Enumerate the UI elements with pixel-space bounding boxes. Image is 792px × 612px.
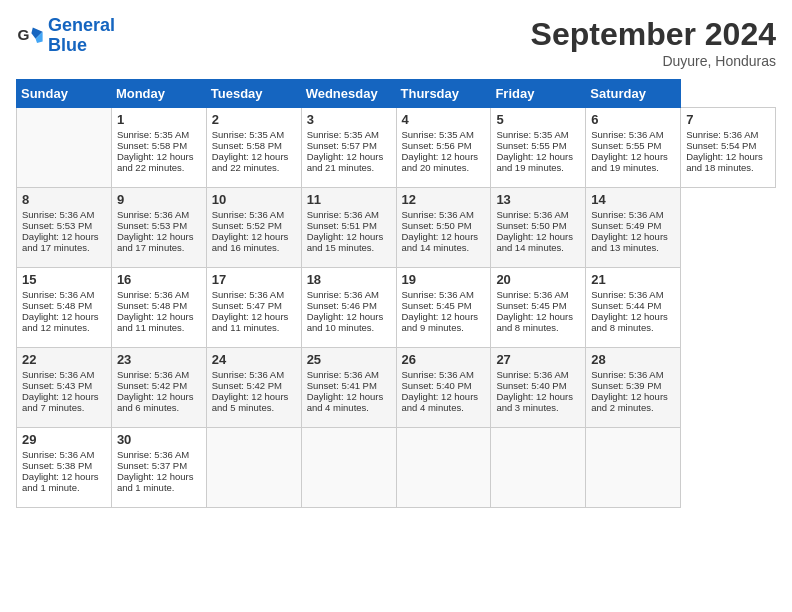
sunrise: Sunrise: 5:36 AM — [212, 289, 284, 300]
logo-line1: General — [48, 15, 115, 35]
calendar-cell: 1 Sunrise: 5:35 AM Sunset: 5:58 PM Dayli… — [111, 108, 206, 188]
calendar-cell: 22 Sunrise: 5:36 AM Sunset: 5:43 PM Dayl… — [17, 348, 112, 428]
sunrise: Sunrise: 5:36 AM — [591, 129, 663, 140]
calendar-header-thursday: Thursday — [396, 80, 491, 108]
daylight: Daylight: 12 hours and 10 minutes. — [307, 311, 384, 333]
sunrise: Sunrise: 5:36 AM — [212, 209, 284, 220]
calendar-week-3: 22 Sunrise: 5:36 AM Sunset: 5:43 PM Dayl… — [17, 348, 776, 428]
sunrise: Sunrise: 5:36 AM — [402, 289, 474, 300]
daylight: Daylight: 12 hours and 14 minutes. — [496, 231, 573, 253]
sunrise: Sunrise: 5:36 AM — [307, 209, 379, 220]
calendar-cell: 18 Sunrise: 5:36 AM Sunset: 5:46 PM Dayl… — [301, 268, 396, 348]
daylight: Daylight: 12 hours and 8 minutes. — [496, 311, 573, 333]
calendar-cell — [396, 428, 491, 508]
day-number: 13 — [496, 192, 580, 207]
daylight: Daylight: 12 hours and 4 minutes. — [307, 391, 384, 413]
logo-text: General Blue — [48, 16, 115, 56]
calendar-header-tuesday: Tuesday — [206, 80, 301, 108]
calendar-cell: 7 Sunrise: 5:36 AM Sunset: 5:54 PM Dayli… — [681, 108, 776, 188]
sunrise: Sunrise: 5:35 AM — [117, 129, 189, 140]
daylight: Daylight: 12 hours and 17 minutes. — [117, 231, 194, 253]
sunrise: Sunrise: 5:36 AM — [117, 369, 189, 380]
calendar-week-0: 1 Sunrise: 5:35 AM Sunset: 5:58 PM Dayli… — [17, 108, 776, 188]
sunrise: Sunrise: 5:36 AM — [22, 369, 94, 380]
sunrise: Sunrise: 5:35 AM — [307, 129, 379, 140]
day-number: 16 — [117, 272, 201, 287]
day-number: 11 — [307, 192, 391, 207]
sunrise: Sunrise: 5:36 AM — [496, 209, 568, 220]
title-block: September 2024 Duyure, Honduras — [531, 16, 776, 69]
day-number: 27 — [496, 352, 580, 367]
day-number: 1 — [117, 112, 201, 127]
sunset: Sunset: 5:57 PM — [307, 140, 377, 151]
day-number: 24 — [212, 352, 296, 367]
day-number: 26 — [402, 352, 486, 367]
daylight: Daylight: 12 hours and 1 minute. — [117, 471, 194, 493]
sunrise: Sunrise: 5:36 AM — [307, 369, 379, 380]
calendar-cell: 24 Sunrise: 5:36 AM Sunset: 5:42 PM Dayl… — [206, 348, 301, 428]
calendar-cell — [206, 428, 301, 508]
sunset: Sunset: 5:45 PM — [402, 300, 472, 311]
daylight: Daylight: 12 hours and 3 minutes. — [496, 391, 573, 413]
sunrise: Sunrise: 5:35 AM — [212, 129, 284, 140]
calendar-header-saturday: Saturday — [586, 80, 681, 108]
daylight: Daylight: 12 hours and 20 minutes. — [402, 151, 479, 173]
daylight: Daylight: 12 hours and 5 minutes. — [212, 391, 289, 413]
sunset: Sunset: 5:39 PM — [591, 380, 661, 391]
sunrise: Sunrise: 5:36 AM — [307, 289, 379, 300]
calendar-cell: 29 Sunrise: 5:36 AM Sunset: 5:38 PM Dayl… — [17, 428, 112, 508]
sunrise: Sunrise: 5:36 AM — [686, 129, 758, 140]
sunrise: Sunrise: 5:36 AM — [22, 209, 94, 220]
daylight: Daylight: 12 hours and 7 minutes. — [22, 391, 99, 413]
daylight: Daylight: 12 hours and 11 minutes. — [117, 311, 194, 333]
sunset: Sunset: 5:50 PM — [402, 220, 472, 231]
month-title: September 2024 — [531, 16, 776, 53]
sunrise: Sunrise: 5:36 AM — [591, 369, 663, 380]
calendar-cell — [17, 108, 112, 188]
calendar-cell: 27 Sunrise: 5:36 AM Sunset: 5:40 PM Dayl… — [491, 348, 586, 428]
calendar-cell: 10 Sunrise: 5:36 AM Sunset: 5:52 PM Dayl… — [206, 188, 301, 268]
calendar-cell: 17 Sunrise: 5:36 AM Sunset: 5:47 PM Dayl… — [206, 268, 301, 348]
calendar-week-1: 8 Sunrise: 5:36 AM Sunset: 5:53 PM Dayli… — [17, 188, 776, 268]
sunset: Sunset: 5:48 PM — [117, 300, 187, 311]
sunset: Sunset: 5:55 PM — [496, 140, 566, 151]
sunrise: Sunrise: 5:35 AM — [402, 129, 474, 140]
sunrise: Sunrise: 5:36 AM — [22, 449, 94, 460]
day-number: 2 — [212, 112, 296, 127]
calendar-cell: 13 Sunrise: 5:36 AM Sunset: 5:50 PM Dayl… — [491, 188, 586, 268]
sunrise: Sunrise: 5:36 AM — [402, 209, 474, 220]
calendar-body: 1 Sunrise: 5:35 AM Sunset: 5:58 PM Dayli… — [17, 108, 776, 508]
day-number: 30 — [117, 432, 201, 447]
sunset: Sunset: 5:45 PM — [496, 300, 566, 311]
sunset: Sunset: 5:52 PM — [212, 220, 282, 231]
sunset: Sunset: 5:53 PM — [22, 220, 92, 231]
calendar-cell: 14 Sunrise: 5:36 AM Sunset: 5:49 PM Dayl… — [586, 188, 681, 268]
logo-line2: Blue — [48, 35, 87, 55]
calendar-cell: 4 Sunrise: 5:35 AM Sunset: 5:56 PM Dayli… — [396, 108, 491, 188]
day-number: 20 — [496, 272, 580, 287]
sunset: Sunset: 5:49 PM — [591, 220, 661, 231]
calendar-cell: 25 Sunrise: 5:36 AM Sunset: 5:41 PM Dayl… — [301, 348, 396, 428]
sunset: Sunset: 5:40 PM — [496, 380, 566, 391]
calendar-header-sunday: Sunday — [17, 80, 112, 108]
calendar-cell — [301, 428, 396, 508]
day-number: 5 — [496, 112, 580, 127]
day-number: 21 — [591, 272, 675, 287]
sunrise: Sunrise: 5:36 AM — [402, 369, 474, 380]
daylight: Daylight: 12 hours and 9 minutes. — [402, 311, 479, 333]
page-header: G General Blue September 2024 Duyure, Ho… — [16, 16, 776, 69]
daylight: Daylight: 12 hours and 19 minutes. — [496, 151, 573, 173]
calendar-cell: 21 Sunrise: 5:36 AM Sunset: 5:44 PM Dayl… — [586, 268, 681, 348]
day-number: 15 — [22, 272, 106, 287]
calendar-cell: 20 Sunrise: 5:36 AM Sunset: 5:45 PM Dayl… — [491, 268, 586, 348]
day-number: 25 — [307, 352, 391, 367]
sunset: Sunset: 5:47 PM — [212, 300, 282, 311]
sunset: Sunset: 5:41 PM — [307, 380, 377, 391]
sunset: Sunset: 5:44 PM — [591, 300, 661, 311]
svg-text:G: G — [17, 26, 29, 43]
calendar-cell: 6 Sunrise: 5:36 AM Sunset: 5:55 PM Dayli… — [586, 108, 681, 188]
sunrise: Sunrise: 5:36 AM — [22, 289, 94, 300]
calendar-header-monday: Monday — [111, 80, 206, 108]
daylight: Daylight: 12 hours and 18 minutes. — [686, 151, 763, 173]
day-number: 9 — [117, 192, 201, 207]
